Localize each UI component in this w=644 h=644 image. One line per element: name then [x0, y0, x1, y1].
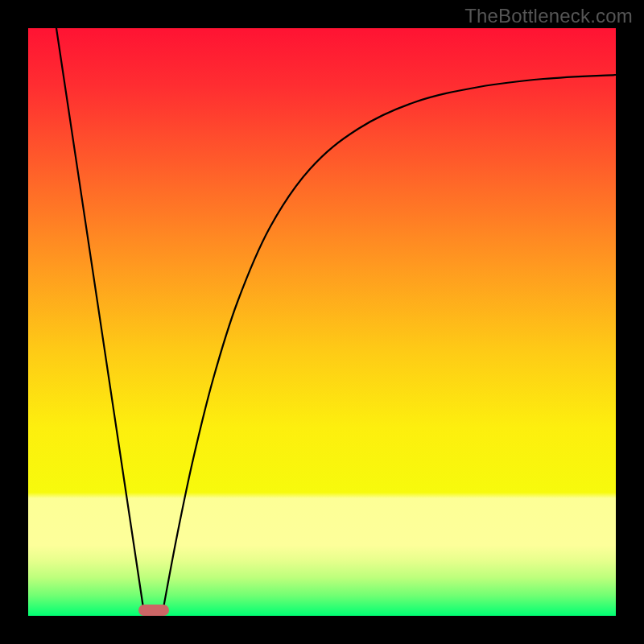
watermark-text: TheBottleneck.com [464, 5, 633, 27]
gradient-background [28, 28, 616, 616]
plot-area [28, 28, 616, 616]
bottleneck-chart [28, 28, 616, 616]
optimum-marker [138, 605, 169, 616]
marker-group [138, 605, 169, 616]
